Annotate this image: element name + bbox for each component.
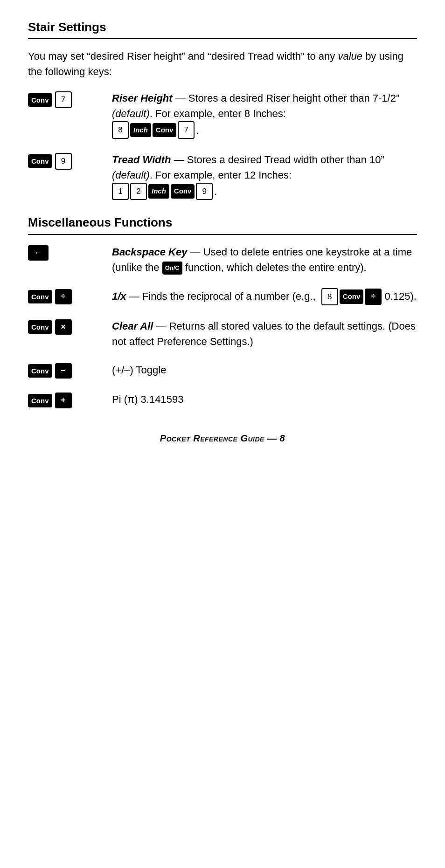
section-divider: [28, 38, 417, 39]
stair-settings-intro: You may set “desired Riser height” and “…: [28, 48, 417, 79]
stair-settings-title: Stair Settings: [28, 19, 417, 35]
conv-key-toggle[interactable]: Conv: [28, 364, 52, 378]
tread-width-row: Conv 9 Tread Width — Stores a desired Tr…: [28, 152, 417, 200]
pi-keys: Conv +: [28, 392, 112, 408]
misc-divider: [28, 234, 417, 235]
plus-key-pi[interactable]: +: [55, 393, 72, 408]
backspace-key-btn[interactable]: ←: [28, 245, 49, 261]
riser-example-keys: 8 Inch Conv 7 .: [112, 121, 199, 139]
key-7-riser[interactable]: 7: [55, 91, 72, 108]
clear-all-desc: Clear All — Returns all stored values to…: [112, 318, 417, 349]
key-9-tread[interactable]: 9: [55, 153, 72, 170]
key-1-tread[interactable]: 1: [112, 183, 129, 200]
minus-key-toggle[interactable]: −: [55, 363, 72, 379]
pi-row: Conv + Pi (π) 3.141593: [28, 392, 417, 408]
misc-functions-table: ← Backspace Key — Used to delete entries…: [28, 244, 417, 408]
pi-desc: Pi (π) 3.141593: [112, 392, 417, 407]
misc-functions-title: Miscellaneous Functions: [28, 214, 417, 231]
toggle-desc: (+/–) Toggle: [112, 362, 417, 378]
conv-key-riser[interactable]: Conv: [28, 93, 52, 107]
conv-key-tread[interactable]: Conv: [28, 154, 52, 168]
stair-functions-table: Conv 7 Riser Height — Stores a desired R…: [28, 90, 417, 200]
recip-example-keys: 8 Conv ÷: [321, 288, 382, 306]
inch-key-riser[interactable]: Inch: [130, 123, 151, 138]
key-8[interactable]: 8: [112, 121, 129, 139]
footer-text: Pocket Reference Guide — 8: [160, 433, 285, 443]
onc-inline: On/C: [162, 262, 182, 275]
conv-key-recip[interactable]: Conv: [28, 290, 52, 303]
backspace-desc: Backspace Key — Used to delete entries o…: [112, 244, 417, 275]
conv-key-tread2[interactable]: Conv: [171, 184, 195, 199]
riser-height-row: Conv 7 Riser Height — Stores a desired R…: [28, 90, 417, 139]
tread-width-keys: Conv 9: [28, 152, 112, 170]
key-8-recip[interactable]: 8: [321, 288, 338, 306]
period-tread: .: [214, 184, 217, 199]
divide-key-recip2[interactable]: ÷: [365, 289, 382, 305]
backspace-keys: ←: [28, 244, 112, 261]
times-key-clear[interactable]: ×: [55, 319, 72, 335]
conv-key-pi[interactable]: Conv: [28, 394, 52, 407]
key-9-tread2[interactable]: 9: [196, 183, 213, 200]
conv-key-recip2[interactable]: Conv: [340, 289, 364, 304]
inch-key-tread[interactable]: Inch: [148, 184, 169, 199]
stair-settings-section: Stair Settings You may set “desired Rise…: [28, 19, 417, 200]
backspace-row: ← Backspace Key — Used to delete entries…: [28, 244, 417, 275]
period-riser: .: [196, 123, 199, 138]
key-7-riser2[interactable]: 7: [178, 121, 195, 139]
reciprocal-row: Conv ÷ 1/x — Finds the reciprocal of a n…: [28, 288, 417, 306]
divide-key-recip[interactable]: ÷: [55, 289, 72, 304]
tread-example-keys: 1 2 Inch Conv 9 .: [112, 183, 217, 200]
riser-height-keys: Conv 7: [28, 90, 112, 108]
toggle-row: Conv − (+/–) Toggle: [28, 362, 417, 379]
reciprocal-desc: 1/x — Finds the reciprocal of a number (…: [112, 288, 417, 306]
toggle-keys: Conv −: [28, 362, 112, 379]
conv-key-riser2[interactable]: Conv: [153, 123, 177, 138]
clear-all-row: Conv × Clear All — Returns all stored va…: [28, 318, 417, 349]
riser-height-desc: Riser Height — Stores a desired Riser he…: [112, 90, 417, 139]
clear-all-keys: Conv ×: [28, 318, 112, 335]
page-footer: Pocket Reference Guide — 8: [28, 432, 417, 445]
key-2-tread[interactable]: 2: [130, 183, 147, 200]
misc-functions-section: Miscellaneous Functions ← Backspace Key …: [28, 214, 417, 408]
reciprocal-keys: Conv ÷: [28, 288, 112, 304]
onc-key-btn[interactable]: On/C: [162, 262, 182, 275]
tread-width-desc: Tread Width — Stores a desired Tread wid…: [112, 152, 417, 200]
conv-key-clear[interactable]: Conv: [28, 320, 52, 334]
